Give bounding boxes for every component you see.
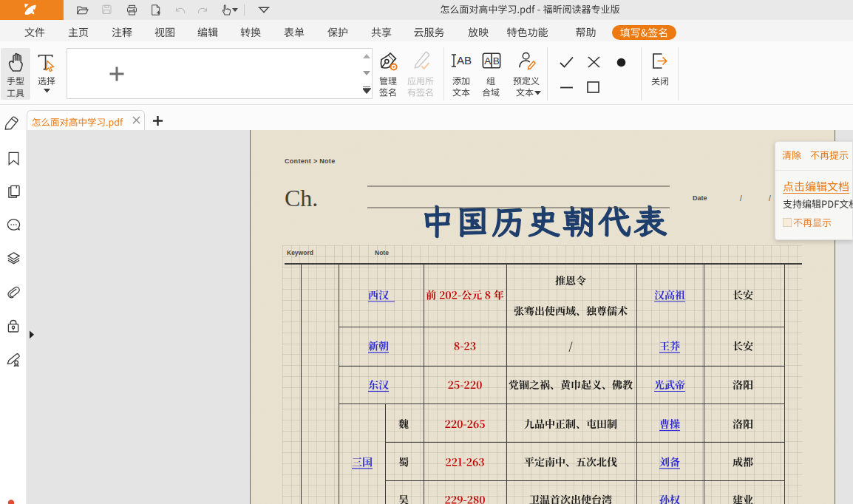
svg-text:A: A (484, 55, 491, 67)
svg-text:B: B (493, 55, 500, 67)
svg-text:AB: AB (457, 54, 472, 67)
